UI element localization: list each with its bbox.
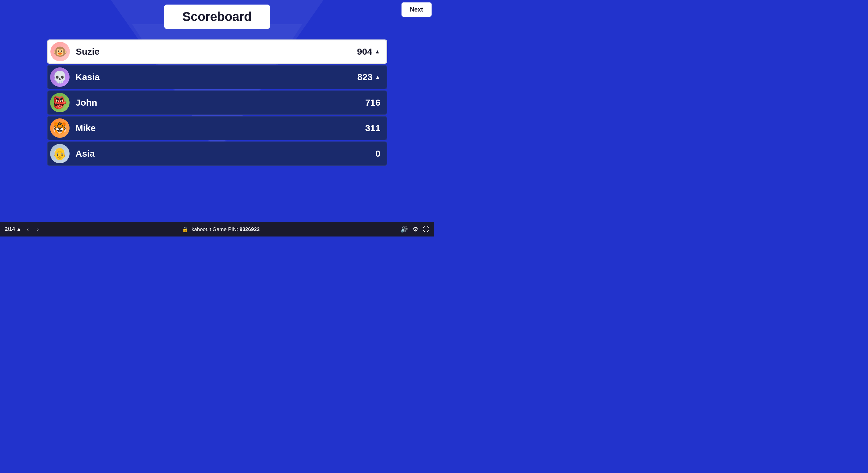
player-score: 904 ▲ <box>357 46 380 57</box>
bottom-left-section: 2/14 ▲ ‹ › <box>5 225 41 234</box>
avatar-mike: 🐯 <box>50 118 69 138</box>
player-name: Mike <box>75 123 365 133</box>
scoreboard-list: 🐵Suzie904 ▲💀Kasia823 ▲👺John716🐯Mike311👴A… <box>47 39 387 166</box>
score-row: 🐵Suzie904 ▲ <box>47 39 387 64</box>
avatar-john: 👺 <box>50 93 69 112</box>
avatar-kasia: 💀 <box>50 67 69 87</box>
player-score: 311 <box>365 123 380 133</box>
bottom-bar: 2/14 ▲ ‹ › 🔒 kahoot.it Game PIN: 9326922… <box>0 222 434 236</box>
lock-icon: 🔒 <box>182 226 188 232</box>
player-name: Kasia <box>75 72 358 82</box>
score-row: 👴Asia0 <box>47 141 387 166</box>
player-score: 823 ▲ <box>358 72 380 82</box>
score-row: 💀Kasia823 ▲ <box>47 65 387 89</box>
bottom-center-section: 🔒 kahoot.it Game PIN: 9326922 <box>41 226 400 232</box>
next-button[interactable]: Next <box>402 2 432 17</box>
trend-up-icon: ▲ <box>375 74 380 81</box>
progress-indicator: 2/14 ▲ <box>5 226 22 232</box>
title-container: Scoreboard <box>164 5 270 29</box>
avatar-asia: 👴 <box>50 144 69 163</box>
player-name: Suzie <box>76 46 357 57</box>
volume-button[interactable]: 🔊 <box>400 226 408 233</box>
next-arrow-button[interactable]: › <box>34 225 41 234</box>
score-row: 🐯Mike311 <box>47 116 387 140</box>
prev-arrow-button[interactable]: ‹ <box>25 225 32 234</box>
trend-up-icon: ▲ <box>375 49 380 55</box>
player-score: 0 <box>375 149 380 159</box>
fullscreen-button[interactable]: ⛶ <box>423 226 429 233</box>
player-name: Asia <box>75 149 375 159</box>
bottom-right-section: 🔊 ⚙ ⛶ <box>400 226 429 233</box>
settings-button[interactable]: ⚙ <box>413 226 418 233</box>
avatar-suzie: 🐵 <box>51 42 70 61</box>
page-title: Scoreboard <box>182 9 251 24</box>
score-row: 👺John716 <box>47 91 387 115</box>
player-name: John <box>75 97 365 108</box>
player-score: 716 <box>365 97 380 108</box>
